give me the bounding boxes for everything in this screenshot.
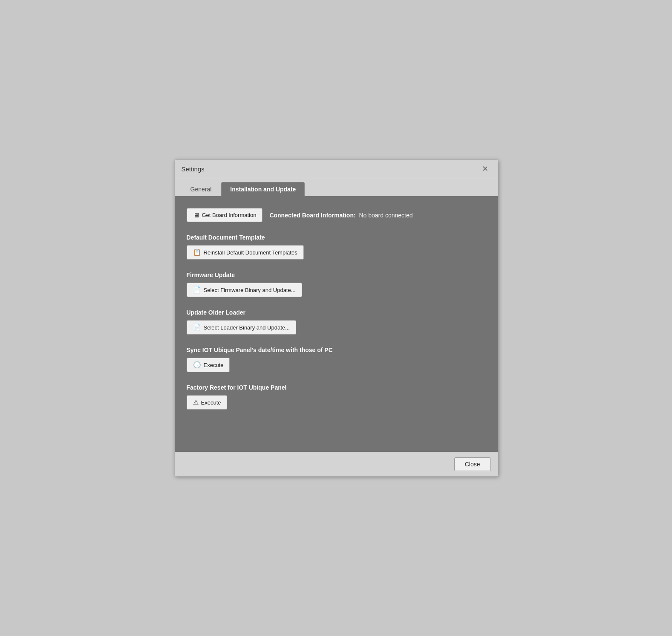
dialog-title: Settings [182, 165, 205, 173]
select-loader-binary-button[interactable]: 📄 Select Loader Binary and Update... [187, 320, 296, 335]
select-firmware-binary-button[interactable]: 📄 Select Firmware Binary and Update... [187, 283, 302, 297]
section-label-firmware: Firmware Update [187, 272, 486, 278]
tabs-bar: General Installation and Update [175, 178, 498, 196]
reinstall-default-templates-button[interactable]: 📋 Reinstall Default Document Templates [187, 245, 304, 260]
tab-content-installation: 🖥 Get Board Information Connected Board … [175, 196, 498, 452]
section-label-factory-reset: Factory Reset for IOT Ubique Panel [187, 384, 486, 391]
board-icon: 🖥 [193, 211, 199, 219]
warning-icon: ⚠ [193, 399, 199, 406]
board-info-status: Connected Board Information: No board co… [269, 212, 412, 219]
factory-reset-execute-button[interactable]: ⚠ Execute [187, 395, 228, 410]
tab-installation-and-update[interactable]: Installation and Update [221, 182, 305, 197]
footer-close-button[interactable]: Close [454, 457, 491, 471]
section-label-default-doc: Default Document Template [187, 234, 486, 241]
dialog-footer: Close [175, 452, 498, 476]
section-firmware-update: Firmware Update 📄 Select Firmware Binary… [187, 272, 486, 297]
sync-datetime-execute-button[interactable]: 🕓 Execute [187, 358, 230, 372]
tab-general[interactable]: General [182, 182, 221, 197]
dialog-titlebar: Settings ✕ [175, 160, 498, 178]
section-label-loader: Update Older Loader [187, 309, 486, 316]
section-factory-reset: Factory Reset for IOT Ubique Panel ⚠ Exe… [187, 384, 486, 410]
section-sync-datetime: Sync IOT Ubique Panel's date/time with t… [187, 347, 486, 372]
loader-icon: 📄 [193, 324, 201, 331]
section-label-sync: Sync IOT Ubique Panel's date/time with t… [187, 347, 486, 353]
settings-dialog: Settings ✕ General Installation and Upda… [174, 159, 498, 477]
clock-icon: 🕓 [193, 361, 201, 369]
section-default-document-template: Default Document Template 📋 Reinstall De… [187, 234, 486, 260]
document-icon: 📋 [193, 249, 201, 256]
get-board-info-button[interactable]: 🖥 Get Board Information [187, 208, 263, 222]
section-update-older-loader: Update Older Loader 📄 Select Loader Bina… [187, 309, 486, 335]
firmware-icon: 📄 [193, 286, 201, 294]
dialog-close-button[interactable]: ✕ [479, 164, 491, 173]
board-info-row: 🖥 Get Board Information Connected Board … [187, 208, 486, 222]
